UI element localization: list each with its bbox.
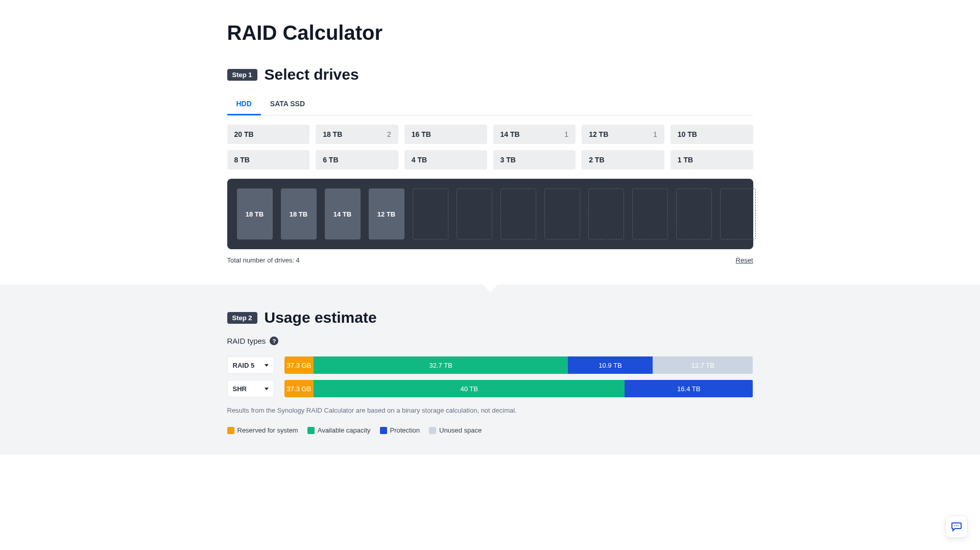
capacity-bar: 37.3 GB32.7 TB10.9 TB12.7 TB [284, 356, 753, 374]
drive-size-count: 1 [564, 130, 568, 138]
drive-size-label: 10 TB [678, 130, 697, 138]
page-title: RAID Calculator [227, 21, 753, 44]
drive-size-14tb[interactable]: 14 TB1 [493, 125, 576, 144]
swatch-available [307, 427, 315, 434]
help-icon[interactable]: ? [270, 337, 278, 345]
swatch-protection [380, 427, 387, 434]
drive-size-count: 1 [653, 130, 657, 138]
drive-size-label: 4 TB [412, 156, 427, 164]
segment-reserved: 37.3 GB [284, 380, 314, 397]
drive-size-20tb[interactable]: 20 TB [227, 125, 310, 144]
drive-size-grid: 20 TB18 TB216 TB14 TB112 TB110 TB8 TB6 T… [227, 125, 753, 170]
bay-slot-empty[interactable] [632, 188, 668, 240]
drive-size-10tb[interactable]: 10 TB [671, 125, 753, 144]
bay-slot-label: 18 TB [290, 210, 307, 218]
drive-size-label: 16 TB [412, 130, 431, 138]
bay-slot-filled[interactable]: 18 TB [237, 188, 273, 240]
drive-size-label: 18 TB [323, 130, 342, 138]
bay-slot-label: 14 TB [333, 210, 351, 218]
legend-reserved: Reserved for system [227, 426, 298, 434]
legend-protection-label: Protection [390, 426, 420, 434]
legend-protection: Protection [380, 426, 420, 434]
drive-type-tabs: HDDSATA SSD [227, 93, 753, 115]
tab-hdd[interactable]: HDD [227, 93, 261, 115]
legend-available-label: Available capacity [318, 426, 371, 434]
total-drives-label: Total number of drives: 4 [227, 256, 300, 264]
legend-unused-label: Unused space [439, 426, 482, 434]
drive-bay: 18 TB18 TB14 TB12 TB [227, 179, 753, 249]
drive-size-label: 20 TB [234, 130, 254, 138]
segment-protection: 10.9 TB [568, 356, 653, 374]
calculation-note: Results from the Synology RAID Calculato… [227, 406, 517, 414]
step1-header: Step 1 Select drives [227, 66, 753, 83]
legend-unused: Unused space [429, 426, 482, 434]
step1-title: Select drives [265, 66, 359, 83]
bay-slot-empty[interactable] [457, 188, 492, 240]
raid-type-value: SHR [233, 385, 247, 393]
drive-size-12tb[interactable]: 12 TB1 [582, 125, 664, 144]
raid-type-select[interactable]: SHR [227, 380, 274, 397]
legend-available: Available capacity [307, 426, 371, 434]
swatch-unused [429, 427, 436, 434]
raid-rows: RAID 537.3 GB32.7 TB10.9 TB12.7 TBSHR37.… [227, 356, 753, 397]
drive-size-label: 1 TB [678, 156, 693, 164]
legend: Reserved for system Available capacity P… [227, 426, 482, 434]
step1-badge: Step 1 [227, 69, 257, 81]
drive-size-18tb[interactable]: 18 TB2 [316, 125, 398, 144]
drive-size-2tb[interactable]: 2 TB [582, 150, 664, 170]
raid-types-label: RAID types [227, 337, 266, 345]
drive-size-label: 2 TB [589, 156, 604, 164]
raid-type-select[interactable]: RAID 5 [227, 356, 274, 374]
drive-size-6tb[interactable]: 6 TB [316, 150, 398, 170]
drive-size-label: 6 TB [323, 156, 338, 164]
drive-size-1tb[interactable]: 1 TB [671, 150, 753, 170]
drive-size-count: 2 [387, 130, 391, 138]
legend-reserved-label: Reserved for system [237, 426, 298, 434]
drive-size-16tb[interactable]: 16 TB [404, 125, 487, 144]
bay-slot-label: 12 TB [377, 210, 395, 218]
drive-size-label: 12 TB [589, 130, 608, 138]
drive-size-label: 8 TB [234, 156, 250, 164]
segment-protection: 16.4 TB [625, 380, 753, 397]
chevron-down-icon [265, 388, 269, 390]
bay-slot-label: 18 TB [246, 210, 264, 218]
bay-slot-empty[interactable] [544, 188, 580, 240]
step2-title: Usage estimate [265, 309, 377, 326]
drive-size-label: 14 TB [500, 130, 520, 138]
bay-slot-empty[interactable] [500, 188, 536, 240]
drive-size-label: 3 TB [500, 156, 516, 164]
step2-badge: Step 2 [227, 312, 257, 324]
raid-row: RAID 537.3 GB32.7 TB10.9 TB12.7 TB [227, 356, 753, 374]
raid-row: SHR37.3 GB40 TB16.4 TB [227, 380, 753, 397]
capacity-bar: 37.3 GB40 TB16.4 TB [284, 380, 753, 397]
bay-slot-filled[interactable]: 12 TB [369, 188, 404, 240]
drive-size-3tb[interactable]: 3 TB [493, 150, 576, 170]
swatch-reserved [227, 427, 234, 434]
bay-slot-empty[interactable] [720, 188, 756, 240]
bay-slot-empty[interactable] [676, 188, 712, 240]
bay-slot-empty[interactable] [413, 188, 448, 240]
bay-slot-filled[interactable]: 14 TB [325, 188, 361, 240]
bay-slot-filled[interactable]: 18 TB [281, 188, 317, 240]
section-divider-notch [482, 284, 498, 292]
tab-sata-ssd[interactable]: SATA SSD [261, 93, 314, 115]
segment-available: 40 TB [314, 380, 625, 397]
chevron-down-icon [265, 364, 269, 367]
bay-slot-empty[interactable] [588, 188, 624, 240]
segment-unused: 12.7 TB [653, 356, 753, 374]
drive-size-8tb[interactable]: 8 TB [227, 150, 310, 170]
drive-size-4tb[interactable]: 4 TB [404, 150, 487, 170]
segment-reserved: 37.3 GB [284, 356, 314, 374]
reset-link[interactable]: Reset [736, 256, 753, 264]
step2-header: Step 2 Usage estimate [227, 309, 753, 326]
raid-type-value: RAID 5 [233, 362, 255, 369]
segment-available: 32.7 TB [314, 356, 568, 374]
